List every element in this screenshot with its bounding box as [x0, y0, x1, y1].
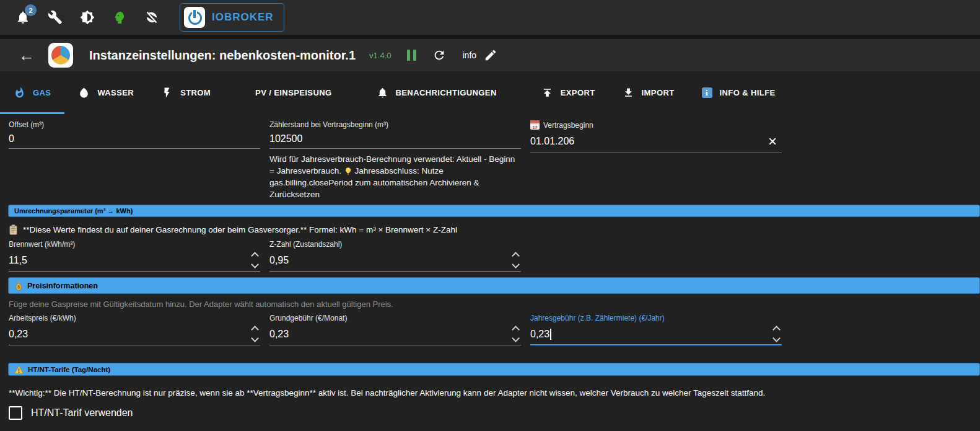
contract-start-input[interactable]: 01.01.206 ×: [530, 134, 782, 153]
jahresgebuehr-label: Jahresgebühr (z.B. Zählermiete) (€/Jahr): [530, 314, 782, 322]
meter-start-input[interactable]: 102500: [269, 133, 521, 149]
number-stepper[interactable]: [513, 253, 521, 267]
text-cursor: [550, 329, 551, 340]
htnt-section-header[interactable]: HT/NT-Tarife (Tag/Nacht): [8, 363, 980, 376]
jahresgebuehr-input[interactable]: 0,23: [530, 327, 782, 345]
tab-label: BENACHRICHTIGUNGEN: [396, 88, 497, 97]
svg-text:$: $: [17, 285, 20, 290]
page-title: Instanzeinstellungen: nebenkosten-monito…: [89, 48, 356, 63]
price-section-header[interactable]: $ Preisinformationen: [8, 277, 980, 294]
edit-pencil-icon[interactable]: [484, 48, 497, 62]
flame-icon: [14, 87, 25, 99]
htnt-checkbox-label: HT/NT-Tarif verwenden: [31, 407, 133, 419]
zzahl-input[interactable]: 0,95: [269, 253, 521, 272]
tab-label: INFO & HILFE: [720, 88, 776, 97]
back-arrow-button[interactable]: ←: [19, 47, 35, 63]
water-drop-icon: [78, 87, 90, 99]
calendar-icon: [530, 120, 540, 130]
tab-pv-einspeisung[interactable]: PV / EINSPEISUNG: [242, 71, 345, 114]
conversion-info-text: **Diese Werte findest du auf deiner Gasr…: [9, 224, 980, 235]
lightbulb-icon: [344, 167, 352, 176]
tab-label: EXPORT: [561, 88, 595, 97]
iobroker-brand-label: IOBROKER: [212, 11, 274, 24]
log-level-label[interactable]: info: [462, 50, 476, 60]
clear-date-icon[interactable]: ×: [768, 134, 782, 149]
money-bag-icon: $: [14, 281, 23, 291]
tab-import[interactable]: IMPORT: [609, 71, 688, 114]
zzahl-field-group: Z-Zahl (Zustandszahl) 0,95: [269, 240, 521, 272]
adapter-version: v1.4.0: [369, 51, 391, 60]
info-square-icon: [702, 87, 712, 98]
zzahl-label: Z-Zahl (Zustandszahl): [269, 240, 521, 249]
tab-label: PV / EINSPEISUNG: [255, 88, 331, 97]
tab-benachrichtigungen[interactable]: BENACHRICHTIGUNGEN: [363, 71, 510, 114]
tab-wasser[interactable]: WASSER: [64, 71, 147, 114]
price-section-subtitle: Füge deine Gaspreise mit Gültigkeitsdatu…: [9, 300, 980, 309]
meter-start-label: Zählerstand bei Vertragsbeginn (m³): [269, 120, 521, 129]
tab-label: GAS: [33, 88, 51, 97]
grundgebuehr-field-group: Grundgebühr (€/Monat) 0,23: [269, 314, 521, 345]
tab-info-hilfe[interactable]: INFO & HILFE: [688, 71, 789, 114]
number-stepper[interactable]: [774, 327, 782, 341]
brennwert-input[interactable]: 11,5: [9, 253, 260, 272]
meter-start-help: Wird für Jahresverbrauch-Berechnung verw…: [269, 153, 521, 200]
offset-input[interactable]: 0: [9, 133, 260, 149]
htnt-warning-text: **Wichtig:** Die HT/NT-Berechnung ist nu…: [9, 388, 980, 398]
jahresgebuehr-field-group: Jahresgebühr (z.B. Zählermiete) (€/Jahr)…: [530, 314, 782, 345]
tab-export[interactable]: EXPORT: [528, 71, 609, 114]
bell-icon: [377, 87, 388, 99]
gas-settings-panel: Offset (m³) 0 Zählerstand bei Vertragsbe…: [0, 114, 980, 431]
import-download-icon: [623, 87, 634, 99]
brennwert-field-group: Brennwert (kWh/m³) 11,5: [9, 240, 260, 272]
contract-start-label: Vertragsbeginn: [530, 120, 782, 130]
offset-field-group: Offset (m³) 0: [9, 120, 260, 200]
contract-start-field-group: Vertragsbeginn 01.01.206 ×: [530, 120, 782, 200]
offset-label: Offset (m³): [9, 120, 260, 129]
tab-label: IMPORT: [642, 88, 675, 97]
htnt-checkbox[interactable]: [9, 406, 22, 420]
top-bar: 2 IOBROKER: [0, 0, 980, 35]
notifications-bell-icon[interactable]: 2: [15, 9, 31, 25]
grundgebuehr-input[interactable]: 0,23: [269, 327, 521, 345]
tab-gas[interactable]: GAS: [0, 71, 64, 114]
adapter-icon: [48, 43, 73, 68]
conversion-section-header[interactable]: Umrechnungsparameter (m³ → kWh): [8, 205, 980, 217]
arbeitspreis-field-group: Arbeitspreis (€/kWh) 0,23: [9, 314, 260, 345]
iobroker-brand-button[interactable]: IOBROKER: [180, 3, 284, 32]
arbeitspreis-input[interactable]: 0,23: [9, 327, 260, 345]
arbeitspreis-label: Arbeitspreis (€/kWh): [9, 314, 260, 322]
theme-toggle-icon[interactable]: [79, 9, 95, 25]
settings-tab-bar: GAS WASSER STROM PV / EINSPEISUNG BENACH…: [0, 71, 980, 114]
expert-mode-icon[interactable]: [112, 9, 128, 25]
number-stepper[interactable]: [513, 327, 521, 341]
topbar-divider: [0, 35, 980, 39]
iobroker-logo-icon: [184, 7, 205, 28]
tab-label: STROM: [180, 88, 211, 97]
instance-settings-header: ← Instanzeinstellungen: nebenkosten-moni…: [0, 39, 980, 71]
notifications-count-badge: 2: [25, 4, 37, 16]
tab-label: WASSER: [97, 88, 134, 97]
tab-strom[interactable]: STROM: [147, 71, 224, 114]
refresh-icon[interactable]: [432, 48, 446, 62]
htnt-checkbox-row[interactable]: HT/NT-Tarif verwenden: [9, 406, 980, 420]
meter-start-field-group: Zählerstand bei Vertragsbeginn (m³) 1025…: [269, 120, 521, 200]
grundgebuehr-label: Grundgebühr (€/Monat): [269, 314, 521, 322]
sync-disabled-icon[interactable]: [144, 9, 160, 25]
brennwert-label: Brennwert (kWh/m³): [9, 240, 260, 249]
pause-instance-button[interactable]: [407, 50, 416, 61]
number-stepper[interactable]: [252, 253, 260, 267]
wrench-settings-icon[interactable]: [47, 9, 63, 25]
clipboard-icon: [9, 224, 18, 235]
export-upload-icon: [541, 87, 553, 99]
bolt-icon: [161, 87, 173, 99]
number-stepper[interactable]: [252, 327, 260, 341]
warning-triangle-icon: [14, 365, 24, 374]
